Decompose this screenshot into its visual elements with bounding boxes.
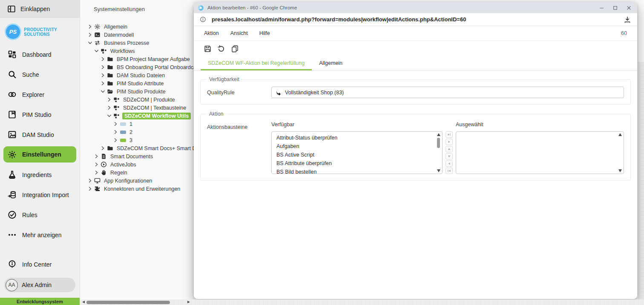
sidebar-item-label: Einstellungen (22, 151, 61, 158)
tree-node-label: SDZeCOM | Produkte (122, 96, 175, 103)
move-left-button[interactable] (446, 160, 453, 167)
book-icon (8, 110, 17, 119)
url-text[interactable]: presales.localhost/admin/forward.php?for… (212, 16, 466, 23)
url-bar[interactable]: presales.localhost/admin/forward.php?for… (194, 13, 637, 26)
form-content: Verfügbarkeit QualityRule Vollständigkei… (194, 71, 637, 180)
chevron-down-icon[interactable] (100, 89, 106, 94)
chevron-right-icon[interactable] (87, 32, 93, 38)
minimize-button[interactable] (595, 3, 608, 13)
chevron-right-icon[interactable] (100, 64, 106, 70)
dots-icon (8, 230, 17, 239)
selected-listbox[interactable] (456, 131, 624, 174)
chevron-right-icon[interactable] (100, 145, 106, 151)
available-listbox[interactable]: Attribut-Status überprüfenAufgabenBS Act… (271, 131, 443, 174)
screen-root: { "colors": { "accent_green": "#84c241",… (0, 0, 644, 305)
vertical-scrollbar[interactable] (638, 62, 644, 299)
available-list-scrollbar[interactable] (436, 133, 441, 172)
chevron-down-icon[interactable] (106, 113, 112, 119)
sidebar-item-einstellungen[interactable]: Einstellungen (3, 146, 76, 163)
horizontal-scrollbar-thumb[interactable] (86, 301, 170, 304)
move-all-right-button[interactable] (446, 131, 453, 138)
scroll-down-icon[interactable] (618, 169, 622, 172)
chevron-right-icon[interactable] (100, 56, 106, 62)
scrollbar-thumb[interactable] (437, 138, 440, 148)
action-legend: Aktion (207, 111, 225, 117)
sidebar-item-pim-studio[interactable]: PIM Studio (0, 105, 80, 125)
brand-name: PRODUCTIVITY SOLUTIONS (24, 27, 57, 37)
maximize-button[interactable] (608, 3, 622, 13)
sidebar-item-suche[interactable]: Suche (0, 64, 80, 84)
tree-node-label: 3 (129, 137, 133, 144)
sidebar-item-ingredients[interactable]: Ingredients (0, 165, 80, 185)
move-all-left-button[interactable] (446, 168, 453, 174)
chevron-right-icon[interactable] (113, 129, 118, 135)
sitemap-icon (113, 96, 120, 103)
scroll-left-arrow[interactable] (82, 301, 85, 303)
gear-icon (94, 23, 101, 30)
menu-ansicht[interactable]: Ansicht (230, 29, 248, 37)
info-circle-icon[interactable] (200, 16, 206, 23)
scroll-down-icon[interactable] (437, 169, 440, 172)
dashboard-icon (8, 50, 17, 59)
sidebar-item-label: PIM Studio (22, 111, 51, 118)
sidebar-item-explorer[interactable]: Explorer (0, 84, 80, 105)
window-titlebar[interactable]: Aktion bearbeiten - #60 - Google Chrome (194, 2, 637, 13)
sidebar-item-dashboard[interactable]: Dashboard (0, 44, 80, 64)
tree-node-label: SDZeCOM Workflow Utils (122, 113, 191, 119)
list-item[interactable]: Aufgaben (272, 142, 442, 151)
chevron-down-icon[interactable] (94, 48, 99, 54)
tree-node-label: PIM Studio Produkte (116, 88, 167, 95)
doc-icon (101, 153, 107, 160)
save-button[interactable] (204, 45, 212, 53)
chevron-right-icon[interactable] (100, 81, 106, 86)
chevron-right-icon[interactable] (106, 97, 112, 102)
scroll-up-icon[interactable] (437, 133, 440, 136)
tab-sdzecom-wf-aktion-bei-regelerf-llung[interactable]: SDZeCOM WF-Aktion bei Regelerfüllung (201, 57, 312, 70)
chevron-right-icon[interactable] (94, 162, 99, 167)
chevron-right-icon[interactable] (106, 105, 112, 110)
close-button[interactable] (622, 3, 635, 13)
reload-button[interactable] (217, 45, 225, 53)
sidebar-item-rules[interactable]: Rules (0, 205, 80, 225)
user-menu[interactable]: AA Alex Admin (4, 278, 75, 292)
chevron-right-icon[interactable] (94, 170, 99, 175)
list-item[interactable]: BS Bild bestellen (272, 168, 442, 174)
scroll-up-icon[interactable] (618, 133, 622, 136)
sidebar-item-label: Integration Import (22, 192, 69, 198)
flask-icon (8, 170, 17, 179)
menu-aktion[interactable]: Aktion (204, 29, 219, 37)
chevron-down-icon[interactable] (87, 40, 93, 46)
tree-node-label: DAM Studio Dateien (116, 72, 166, 79)
sidebar-item-info-center[interactable]: Info Center (0, 254, 80, 274)
sidebar-item-label: Suche (22, 71, 39, 78)
chevron-right-icon[interactable] (87, 186, 93, 192)
download-icon[interactable] (624, 16, 631, 23)
tab-allgemein[interactable]: Allgemein (312, 57, 350, 70)
move-right-button[interactable] (446, 139, 453, 145)
sidebar-item-mehr-anzeigen[interactable]: Mehr anzeigen (0, 225, 80, 245)
chip-icon (120, 121, 126, 127)
qualityrule-field[interactable]: Vollständigkeit Shop (83) (271, 87, 624, 98)
sidebar-collapse-button[interactable]: Einklappen (0, 0, 80, 18)
chevron-right-icon[interactable] (94, 154, 99, 159)
folder-icon (107, 145, 113, 151)
copy-button[interactable] (231, 45, 239, 53)
chevron-right-icon[interactable] (87, 178, 93, 183)
move-down-button[interactable] (446, 153, 453, 160)
aktionsbausteine-label: Aktionsbausteine (207, 121, 271, 130)
scroll-right-arrow[interactable] (187, 301, 190, 303)
sidebar-item-dam-studio[interactable]: DAM Studio (0, 125, 80, 145)
selected-list-scrollbar[interactable] (618, 133, 622, 172)
chevron-right-icon[interactable] (100, 73, 106, 78)
chevron-right-icon[interactable] (113, 137, 118, 143)
sidebar-item-integration-import[interactable]: Integration Import (0, 185, 80, 205)
terminal-icon (94, 32, 101, 38)
chevron-right-icon[interactable] (87, 24, 93, 29)
chevron-right-icon[interactable] (113, 121, 118, 127)
horizontal-scrollbar[interactable] (80, 299, 644, 305)
list-item[interactable]: Attribut-Status überprüfen (272, 134, 442, 142)
move-up-button[interactable] (446, 146, 453, 152)
list-item[interactable]: BS Attribute überprüfen (272, 159, 442, 168)
menu-hilfe[interactable]: Hilfe (259, 29, 270, 37)
list-item[interactable]: BS Active Script (272, 151, 442, 159)
